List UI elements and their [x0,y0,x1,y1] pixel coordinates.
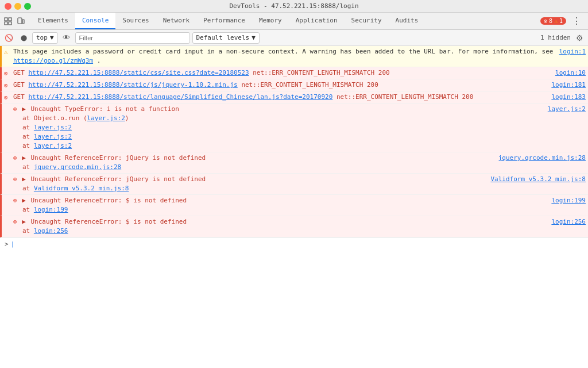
tabs-container: Elements Console Sources Network Perform… [31,13,540,29]
more-options-button[interactable]: ⋮ [570,16,583,26]
console-message-typeerror: ⊗ ▶ Uncaught TypeError: i is not a funct… [0,103,588,152]
dollar-256-content: ⊗ ▶ Uncaught ReferenceError: $ is not de… [13,217,187,227]
expand-dollar-256-arrow[interactable]: ▶ [22,217,26,227]
expand-validform-arrow[interactable]: ▶ [22,175,26,184]
get-jquery-content: GET http://47.52.221.15:8888/static/js/j… [13,80,547,90]
svg-rect-5 [22,20,24,24]
css-url-link[interactable]: http://47.52.221.15:8888/static/css/site… [29,69,249,76]
warning-source[interactable]: login:1 [559,47,586,56]
console-message-warning: ⚠ This page includes a password or credi… [0,46,588,67]
chevron-down-icon: ▼ [50,34,54,41]
jquery-qrcode-source[interactable]: jquery.qrcode.min.js:28 [498,154,586,163]
error-count-badge: ⊗ 8 ⚠ 1 [540,17,566,25]
preserve-log-button[interactable]: ⬤ [17,32,30,44]
error-icon: ⊗ [544,18,547,24]
warning-message-content: This page includes a password or credit … [13,47,555,66]
error-icon-6: ⊗ [13,175,17,183]
window-controls [5,3,31,10]
console-area: 🚫 ⬤ top ▼ 👁 Default levels ▼ 1 hidden ⚙ … [0,30,588,368]
tabbar: Elements Console Sources Network Perform… [0,13,588,30]
typeerror-source[interactable]: layer.js:2 [548,105,586,114]
dollar-199-source[interactable]: login:199 [551,196,586,205]
typeerror-detail-1: at Object.o.run (layer.js:2) [13,114,129,123]
log-level-selector[interactable]: Default levels ▼ [192,32,260,44]
expand-jquery-qrcode-arrow[interactable]: ▶ [22,154,26,163]
device-toolbar-button[interactable] [15,16,26,27]
close-button[interactable] [5,3,11,10]
error-icon-7: ⊗ [13,197,17,204]
warning-icon: ⚠ [554,18,558,24]
error-icon-8: ⊗ [13,218,17,225]
console-output: ⚠ This page includes a password or credi… [0,46,588,368]
maximize-button[interactable] [24,3,31,10]
tab-audits[interactable]: Audits [389,13,425,29]
devtools-window: DevTools - 47.52.221.15:8888/login [0,0,588,368]
typeerror-detail-3: at layer.js:2 [13,132,72,141]
get-css-source[interactable]: login:10 [555,68,586,78]
error-icon-4: ⊗ [13,105,17,113]
console-message-validform: ⊗ ▶ Uncaught ReferenceError: jQuery is n… [0,174,588,195]
tab-console[interactable]: Console [75,13,115,29]
inspect-icon [4,17,12,25]
layer-link-1[interactable]: layer.js:2 [87,114,125,122]
warning-icon: ⚠ [4,48,8,57]
console-message-get-css: ⊗ GET http://47.52.221.15:8888/static/cs… [0,67,588,79]
validform-detail: at Validform v5.3.2 min.js:8 [13,184,129,193]
svg-rect-4 [18,18,22,24]
qrcode-link[interactable]: jquery.qrcode.min.js:28 [34,163,121,171]
tab-security[interactable]: Security [345,13,389,29]
layer-link-2[interactable]: layer.js:2 [34,124,72,131]
console-settings-button[interactable]: ⚙ [573,32,586,44]
lang-url-link[interactable]: http://47.52.221.15:8888/static/language… [29,93,333,101]
console-cursor: | [11,240,15,248]
layer-link-3[interactable]: layer.js:2 [34,133,72,140]
tabbar-left-icons [2,13,31,29]
tab-network[interactable]: Network [156,13,196,29]
dollar-256-source[interactable]: login:256 [551,217,586,227]
validform-link[interactable]: Validform v5.3.2 min.js:8 [34,185,129,192]
layer-link-4[interactable]: layer.js:2 [34,142,72,150]
svg-rect-2 [5,22,7,25]
validform-row: ⊗ ▶ Uncaught ReferenceError: jQuery is n… [13,175,586,184]
tab-performance[interactable]: Performance [196,13,252,29]
tab-elements[interactable]: Elements [31,13,75,29]
error-icon-2: ⊗ [4,81,8,90]
svg-rect-1 [9,18,11,21]
console-message-get-jquery: ⊗ GET http://47.52.221.15:8888/static/js… [0,79,588,91]
dollar-199-content: ⊗ ▶ Uncaught ReferenceError: $ is not de… [13,196,187,205]
login-256-link[interactable]: login:256 [34,227,68,235]
tab-application[interactable]: Application [289,13,345,29]
show-messages-button[interactable]: 👁 [60,32,73,44]
validform-content: ⊗ ▶ Uncaught ReferenceError: jQuery is n… [13,175,206,184]
warning-link[interactable]: https://goo.gl/zmWq3m [13,57,93,64]
expand-dollar-199-arrow[interactable]: ▶ [22,196,26,205]
console-input-line: > | [0,237,588,250]
dollar-256-detail: at login:256 [13,227,68,236]
jquery-qrcode-row: ⊗ ▶ Uncaught ReferenceError: jQuery is n… [13,154,586,163]
get-lang-content: GET http://47.52.221.15:8888/static/lang… [13,93,547,102]
tab-sources[interactable]: Sources [115,13,156,29]
dollar-256-row: ⊗ ▶ Uncaught ReferenceError: $ is not de… [13,217,586,227]
inspect-element-button[interactable] [2,16,14,27]
minimize-button[interactable] [14,3,21,10]
expand-typeerror-arrow[interactable]: ▶ [22,105,26,114]
typeerror-detail-2: at layer.js:2 [13,123,72,132]
tabbar-right: ⊗ 8 ⚠ 1 ⋮ [540,13,588,29]
titlebar: DevTools - 47.52.221.15:8888/login [0,0,588,13]
clear-console-button[interactable]: 🚫 [2,32,15,44]
filter-input[interactable] [75,32,190,44]
error-icon-3: ⊗ [4,93,8,102]
login-199-link[interactable]: login:199 [34,206,68,213]
tab-memory[interactable]: Memory [252,13,289,29]
typeerror-content: ⊗ ▶ Uncaught TypeError: i is not a funct… [13,105,179,114]
console-message-dollar-199: ⊗ ▶ Uncaught ReferenceError: $ is not de… [0,195,588,216]
get-lang-source[interactable]: login:183 [551,93,586,102]
console-prompt: > [5,240,9,248]
typeerror-detail-4: at layer.js:2 [13,141,72,151]
get-jquery-source[interactable]: login:181 [551,80,586,90]
validform-source[interactable]: Validform v5.3.2 min.js:8 [490,175,586,184]
console-message-jquery-qrcode: ⊗ ▶ Uncaught ReferenceError: jQuery is n… [0,152,588,174]
get-css-content: GET http://47.52.221.15:8888/static/css/… [13,68,551,78]
jquery-url-link[interactable]: http://47.52.221.15:8888/static/js/jquer… [29,81,238,89]
context-selector[interactable]: top ▼ [32,32,58,44]
